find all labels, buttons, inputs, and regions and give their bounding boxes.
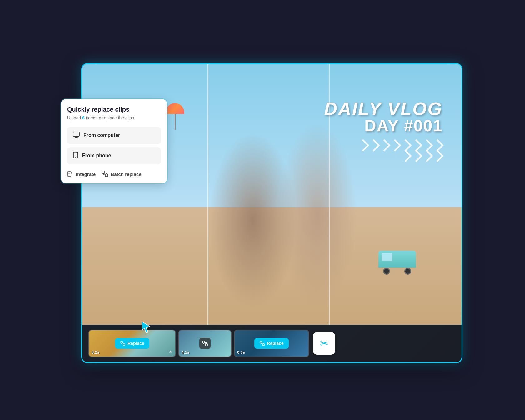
clip-1-replace-button[interactable]: Replace — [115, 338, 149, 349]
batch-replace-button[interactable]: Batch replace — [102, 171, 141, 178]
clip-2-duration: 4.1s — [182, 350, 189, 355]
subtitle-count: 6 — [82, 115, 85, 120]
chevrons-decoration — [355, 140, 442, 161]
clip-2-overlay — [199, 338, 211, 349]
svg-rect-6 — [73, 132, 79, 136]
beach-van — [378, 251, 416, 272]
from-computer-button[interactable]: From computer — [67, 127, 161, 144]
clip-1[interactable]: 8.2s Replace 👁 — [88, 330, 176, 357]
integrate-label: Integrate — [76, 172, 96, 177]
subtitle-prefix: Upload — [67, 115, 82, 120]
divider-line-1 — [208, 64, 208, 325]
popup-card: Quickly replace clips Upload 6 items to … — [61, 99, 167, 183]
from-computer-label: From computer — [83, 132, 120, 138]
title-daily: DAILY VLOG — [324, 100, 442, 118]
scissors-button[interactable]: ✂ — [313, 332, 335, 355]
main-container: DAILY VLOG DAY #001 — [44, 38, 481, 382]
eye-icon-1: 👁 — [168, 350, 173, 355]
replace-label-3: Replace — [267, 341, 284, 346]
clip-3-replace-button[interactable]: Replace — [254, 338, 289, 349]
title-day: DAY #001 — [324, 116, 442, 135]
svg-rect-0 — [121, 341, 122, 343]
computer-icon — [73, 131, 80, 140]
batch-replace-icon — [102, 171, 108, 178]
integrate-icon — [67, 171, 73, 178]
svg-point-9 — [69, 173, 70, 174]
svg-rect-11 — [105, 174, 108, 177]
phone-icon — [73, 152, 78, 160]
popup-subtitle: Upload 6 items to replace the clips — [67, 115, 161, 121]
replace-icon-1 — [120, 341, 126, 346]
replace-icon-only-2 — [199, 338, 211, 349]
integrate-button[interactable]: Integrate — [67, 171, 96, 178]
clip-3-duration: 6.3s — [237, 350, 245, 355]
replace-icon-3 — [259, 341, 265, 346]
scissors-icon: ✂ — [320, 338, 328, 349]
clip-1-duration: 8.2s — [92, 350, 99, 355]
batch-replace-label: Batch replace — [111, 172, 141, 177]
from-phone-label: From phone — [82, 153, 111, 158]
bottom-actions: Integrate Batch replace — [67, 169, 161, 178]
clip-2[interactable]: 4.1s — [178, 330, 232, 357]
popup-title: Quickly replace clips — [67, 106, 161, 113]
svg-rect-3 — [205, 344, 208, 346]
replace-label-1: Replace — [128, 341, 144, 346]
from-phone-button[interactable]: From phone — [67, 147, 161, 164]
chevron-12 — [432, 150, 444, 162]
timeline-strip: 8.2s Replace 👁 — [82, 325, 462, 362]
svg-rect-4 — [260, 341, 262, 343]
svg-rect-5 — [262, 344, 264, 346]
svg-rect-1 — [123, 344, 125, 346]
svg-rect-10 — [102, 171, 105, 173]
svg-rect-2 — [202, 341, 205, 343]
subtitle-suffix: items to replace the clips — [85, 115, 134, 120]
video-title-overlay: DAILY VLOG DAY #001 — [324, 100, 442, 161]
clip-3[interactable]: 6.3s Replace — [234, 330, 309, 357]
